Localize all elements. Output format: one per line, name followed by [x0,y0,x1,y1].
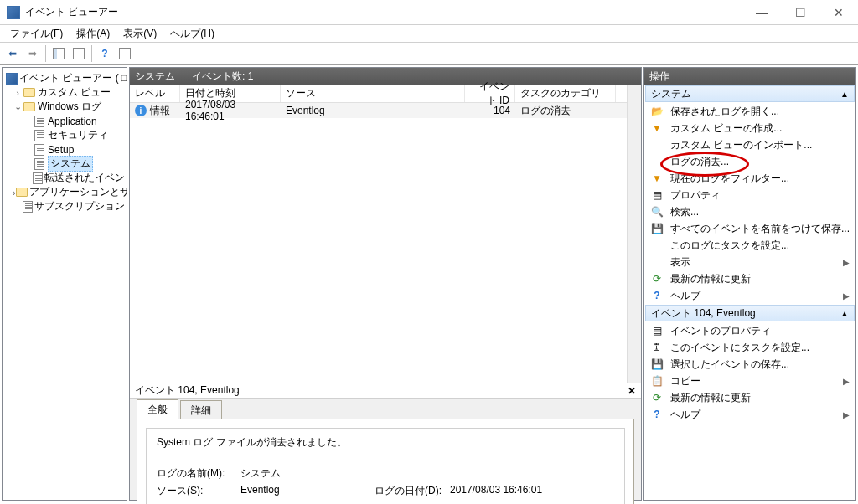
blank-icon [650,138,664,152]
action-help[interactable]: ?ヘルプ▶ [645,287,855,304]
help-icon: ? [650,408,664,421]
action-event-properties[interactable]: ▤イベントのプロパティ [645,322,855,339]
collapse-icon: ▲ [840,309,849,318]
eventviewer-icon [6,73,18,85]
menu-action[interactable]: 操作(A) [71,25,115,43]
refresh-icon: ⟳ [650,391,664,404]
col-level[interactable]: レベル [130,85,180,102]
log-icon [33,172,43,184]
blank-icon [650,255,664,269]
chevron-right-icon: ▶ [843,258,850,267]
list-scrollbar[interactable] [627,85,641,383]
action-view[interactable]: 表示▶ [645,254,855,270]
folder-icon [23,88,35,97]
action-properties[interactable]: ▤プロパティ [645,187,855,203]
log-icon [34,144,44,156]
maximize-button[interactable]: ☐ [781,0,819,25]
blank-icon [650,239,664,252]
source-value: Eventlog [240,484,375,498]
action-attach-task[interactable]: このログにタスクを設定... [645,237,855,254]
tree-setup[interactable]: Setup [4,142,125,157]
action-save-selected[interactable]: 💾選択したイベントの保存... [645,356,855,373]
forward-button[interactable]: ➡ [23,44,42,63]
tree-windows-logs[interactable]: ⌄Windows ログ [4,100,125,114]
tab-details[interactable]: 詳細 [180,400,222,420]
collapse-icon[interactable]: ⌄ [13,101,23,112]
back-button[interactable]: ⬅ [3,44,22,63]
minimize-button[interactable]: — [742,0,781,25]
folder-icon [23,102,35,111]
log-icon [23,201,33,213]
action-attach-task-event[interactable]: 🗓このイベントにタスクを設定... [645,339,855,356]
col-category[interactable]: タスクのカテゴリ [515,85,616,102]
detail-title-bar: イベント 104, Eventlog ✕ [130,383,641,399]
action-create-custom-view[interactable]: ▼カスタム ビューの作成... [645,120,855,136]
help-icon: ? [650,289,664,302]
action-refresh-event[interactable]: ⟳最新の情報に更新 [645,389,855,406]
info-icon: i [135,105,147,116]
copy-icon: 📋 [650,374,664,388]
action-filter-log[interactable]: ▼現在のログをフィルター... [645,170,855,187]
action-find[interactable]: 🔍検索... [645,203,855,220]
detail-tabs: 全般 詳細 [130,399,641,419]
chevron-right-icon: ▶ [843,410,850,419]
menu-help[interactable]: ヘルプ(H) [165,25,220,43]
titlebar: イベント ビューアー — ☐ ✕ [0,0,858,25]
cell-datetime: 2017/08/03 16:46:01 [180,103,281,118]
show-tree-button[interactable] [49,44,68,63]
window-title: イベント ビューアー [25,5,742,19]
tree-app-service-logs[interactable]: ›アプリケーションとサービス ログ [4,185,125,199]
open-icon: 📂 [650,105,664,118]
cell-eventid: 104 [465,103,515,118]
action-save-all[interactable]: 💾すべてのイベントを名前をつけて保存... [645,220,855,237]
logged-label: ログの日付(D): [375,484,450,498]
properties-icon: ▤ [650,188,664,202]
tree-panel: イベント ビューアー (ローカル) ›カスタム ビュー ⌄Windows ログ … [2,67,127,501]
toolbar-separator [45,45,46,62]
event-row[interactable]: i情報 2017/08/03 16:46:01 Eventlog 104 ログの… [130,103,627,118]
cell-category: ログの消去 [515,103,616,118]
menu-view[interactable]: 表示(V) [118,25,162,43]
action-import-custom-view[interactable]: カスタム ビューのインポート... [645,136,855,153]
save-icon: 💾 [650,222,664,235]
list-header-count: 1 [248,70,254,82]
action-help-event[interactable]: ?ヘルプ▶ [645,406,855,423]
tree-system[interactable]: システム [4,157,125,171]
actions-section-system[interactable]: システム▲ [645,85,855,102]
log-icon [34,158,44,170]
find-icon: 🔍 [650,205,664,219]
help-button[interactable]: ? [96,44,114,63]
refresh-icon: ⟳ [650,272,664,285]
action-open-saved-log[interactable]: 📂保存されたログを開く... [645,103,855,120]
detail-title: イベント 104, Eventlog [135,383,240,398]
detail-close-button[interactable]: ✕ [628,385,636,397]
col-eventid[interactable]: イベント ID [465,85,515,102]
tree-subscriptions[interactable]: サブスクリプション [4,199,125,213]
action-clear-log[interactable]: ログの消去... [645,153,855,170]
tree-security[interactable]: セキュリティ [4,128,125,142]
action-copy[interactable]: 📋コピー▶ [645,373,855,389]
save-icon: 💾 [650,357,664,371]
chevron-right-icon: ▶ [843,377,850,386]
event-list-panel: システム イベント数: 1 レベル 日付と時刻 ソース イベント ID タスクの… [129,67,642,383]
actions-pane: 操作 システム▲ 📂保存されたログを開く... ▼カスタム ビューの作成... … [644,67,856,501]
collapse-icon: ▲ [840,90,849,99]
close-button[interactable]: ✕ [819,0,858,25]
tab-general[interactable]: 全般 [137,399,178,419]
tree-custom-views[interactable]: ›カスタム ビュー [4,85,125,100]
expand-icon[interactable]: › [13,88,23,98]
list-header-name: システム [135,69,175,84]
actions-section-event[interactable]: イベント 104, Eventlog▲ [645,305,855,321]
tree-forwarded[interactable]: 転送されたイベント [4,171,125,185]
logged-value: 2017/08/03 16:46:01 [450,484,542,498]
tree-application[interactable]: Application [4,114,125,128]
source-label: ソース(S): [157,484,240,498]
log-icon [34,130,44,141]
properties-button[interactable] [70,44,88,63]
tree-root[interactable]: イベント ビューアー (ローカル) [4,71,125,85]
action-refresh[interactable]: ⟳最新の情報に更新 [645,270,855,287]
toolbar-extra-button[interactable] [116,44,134,63]
chevron-right-icon: ▶ [843,291,850,301]
menu-file[interactable]: ファイル(F) [5,25,68,43]
col-source[interactable]: ソース [281,85,465,102]
